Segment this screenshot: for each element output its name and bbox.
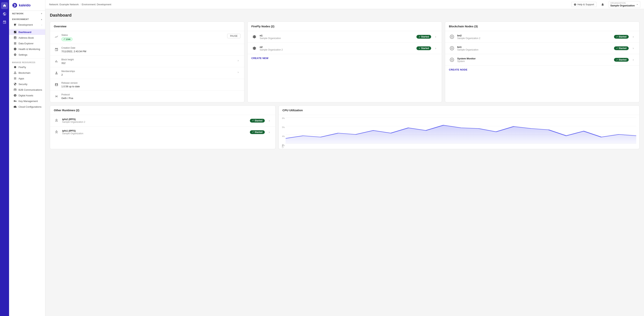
org-selector[interactable]: ORGANIZATION Sample Organization [609,1,640,8]
memberships-icon [54,70,59,76]
sidebar-item-development[interactable]: Development › [9,22,45,27]
block-height-value: 312 [62,62,234,64]
breadcrumb-separator: / [80,3,81,6]
security-icon [14,83,16,86]
sidebar-item-address-book-label: Address Book [18,36,34,39]
org-section-label: ORGANIZATION [610,2,635,4]
bell-icon [601,3,604,6]
creation-date-content: Creation Date 7/11/2022, 2:43:34 PM [62,47,240,53]
blockchain-node-bn2-row: bn2 Sample Organization 2 Started › [445,31,639,43]
blockchain-node-sysmon-row: System Monitor System Started › [445,54,639,65]
home-icon-btn[interactable] [1,2,8,9]
status-live-badge: Live [62,37,225,41]
blockchain-node-bn2-chevron[interactable]: › [631,34,636,39]
runtime-ipfs1-org: Sample Organization [62,132,248,135]
top-cards-row: Overview Status Live PAUSE [50,21,640,102]
firefly-nodes-body: n1 Sample Organization Started › [248,31,442,54]
release-content: Release version 1.0.58 up to date [62,82,240,88]
runtime-ipfs2-status: Started [250,119,264,123]
cloud-icon [14,105,16,108]
protocol-value: Geth / Poa [62,97,240,100]
blockchain-node-bn1-info: bn1 Sample Organization [457,46,612,51]
apps-icon [14,77,16,80]
block-height-icon [54,59,59,64]
runtime-ipfs1-chevron[interactable]: › [267,130,272,135]
blockchain-node-sysmon-status: Started [614,58,629,62]
sidebar-item-data-explorer[interactable]: Data Explorer [9,40,45,46]
block-height-chevron[interactable]: › [236,58,240,63]
sidebar-item-apps[interactable]: Apps [9,76,45,81]
sidebar-item-blockchain-label: Blockchain [18,71,30,74]
overview-card: Overview Status Live PAUSE [50,21,244,102]
env-label: ENVIRONMENT [12,18,29,20]
network-section-header[interactable]: NETWORK ▾ [9,11,45,16]
blockchain-node-bn1-chevron[interactable]: › [631,46,636,50]
help-support-button[interactable]: Help & Support [571,2,596,7]
server-icon [14,23,16,26]
env-section-header[interactable]: ENVIRONMENT ▴ [9,16,45,22]
sidebar-item-blockchain[interactable]: Blockchain [9,70,45,76]
overview-card-title: Overview [50,22,244,31]
sidebar-item-key-management[interactable]: Key Management [9,98,45,104]
sidebar-divider-2 [9,58,45,58]
svg-point-3 [451,36,453,37]
runtime-ipfs2-chevron[interactable]: › [267,118,272,123]
runtime-ipfs2-info: ipfs2 (IPFS) Sample Organization 2 [62,118,248,123]
sidebar-item-health-monitoring[interactable]: Health & Monitoring [9,46,45,52]
sidebar-item-security[interactable]: Security [9,81,45,87]
creation-date-row: Creation Date 7/11/2022, 2:43:34 PM [50,44,244,56]
kaleido-logo-icon [12,3,17,8]
data-explorer-icon [14,42,16,45]
svg-point-5 [451,47,453,49]
network-label: NETWORK [12,12,24,15]
firefly-create-new-btn[interactable]: CREATE NEW [248,54,442,62]
firefly-node-n1-chevron[interactable]: › [434,34,438,39]
cpu-chart-title: CPU Utilization [279,106,639,115]
blockchain-create-node-btn[interactable]: CREATE NODE [445,65,639,74]
runtime-ipfs1-info: ipfs1 (IPFS) Sample Organization [62,129,248,135]
runtime-ipfs2-row: ipfs2 (IPFS) Sample Organization 2 Start… [50,115,275,127]
other-runtimes-card: Other Runtimes (2) ipfs2 (IPFS) Sample O… [50,105,276,149]
memberships-label: Memberships [62,70,234,73]
sidebar-item-digital-assets[interactable]: Digital Assets [9,93,45,98]
health-icon [14,47,16,50]
sidebar-item-address-book[interactable]: Address Book [9,35,45,40]
memberships-chevron[interactable]: › [236,70,240,74]
status-content: Status Live [62,34,225,41]
svg-point-7 [451,59,453,60]
creation-date-label: Creation Date [62,47,240,49]
sidebar-item-dashboard[interactable]: Dashboard [9,29,45,35]
nodes-icon-btn[interactable] [1,19,8,26]
pause-button[interactable]: PAUSE [227,34,240,38]
firefly-node-n2-icon [251,45,258,51]
breadcrumb-network: Network: Example Network [49,3,79,6]
blockchain-node-bn1-icon [449,45,455,51]
sidebar-item-b2b[interactable]: B2B Communications [9,87,45,93]
sidebar-item-cloud-configs[interactable]: Cloud Configurations [9,104,45,110]
sidebar-item-settings[interactable]: Settings [9,52,45,57]
blockchain-node-bn2-name: bn2 [457,34,612,37]
firefly-node-n2-chevron[interactable]: › [434,46,438,50]
org-selector-info: ORGANIZATION Sample Organization [610,2,635,7]
dashboard-icon [14,30,16,33]
overview-card-body: Status Live PAUSE Creation [50,31,244,102]
protocol-icon [54,94,59,99]
bottom-cards-row: Other Runtimes (2) ipfs2 (IPFS) Sample O… [50,105,640,149]
topbar-actions: Help & Support ORGANIZATION Sample Organ… [571,1,640,8]
firefly-node-n1-row: n1 Sample Organization Started › [248,31,442,43]
chart-area [286,117,636,144]
sidebar-divider-1 [9,28,45,28]
sidebar-item-firefly[interactable]: FireFly [9,64,45,70]
blockchain-node-bn2-icon [449,34,455,40]
blockchain-icon [14,71,16,74]
notifications-button[interactable] [600,1,606,7]
sidebar-item-development-label: Development [18,23,33,26]
main-container: Network: Example Network / Environment: … [45,0,644,316]
chart-cpu-label: CPU [282,144,284,148]
topbar: Network: Example Network / Environment: … [45,0,644,9]
sidebar-item-settings-label: Settings [18,53,28,56]
sidebar-item-health-label: Health & Monitoring [18,48,40,50]
globe-icon-btn[interactable] [1,10,8,17]
svg-rect-1 [55,96,58,97]
blockchain-node-sysmon-chevron[interactable]: › [631,57,636,62]
